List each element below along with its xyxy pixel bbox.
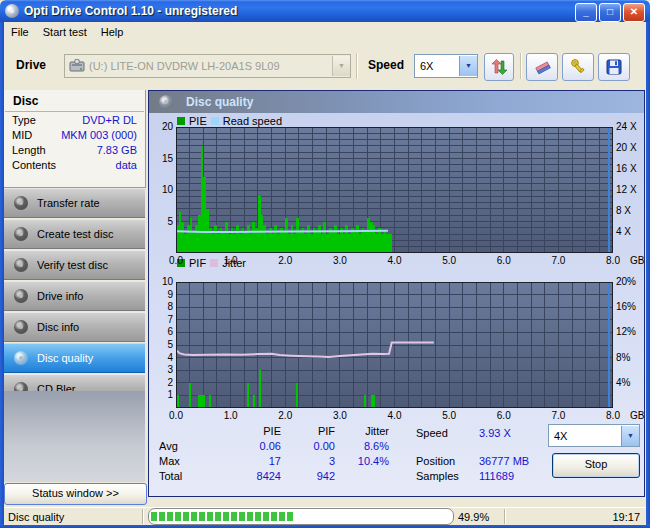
axis-label: 2 [151,377,173,388]
statusbar-mode: Disc quality [4,511,142,523]
disc-info-row: Length7.83 GB [4,142,145,157]
axis-label: 9 [151,289,173,300]
stat-row-total: Total [159,470,182,482]
disc-info-value: 7.83 GB [97,144,137,156]
register-button[interactable] [562,53,594,81]
disc-info-label: MID [12,129,32,141]
status-window-button[interactable]: Status window >> [4,483,147,505]
max-pie: 17 [231,455,281,467]
sidebar-item-disc-quality[interactable]: Disc quality [4,343,145,373]
speed-label: Speed [368,58,404,72]
disc-quality-panel: Disc quality PIE Read speed PIF Jitter 2… [148,90,645,497]
axis-label: 4 [151,352,173,363]
max-jitter: 10.4% [339,455,389,467]
menu-item-help[interactable]: Help [94,24,131,40]
axis-label: 12 X [616,184,646,195]
toolbar-separator [356,53,358,79]
sidebar-item-verify-test-disc[interactable]: Verify test disc [4,250,145,280]
sidebar-item-label: Transfer rate [37,197,100,209]
axis-label: 3.0 [325,410,355,421]
test-speed-value: 4X [554,430,567,442]
drive-select[interactable]: (U:) LITE-ON DVDRW LH-20A1S 9L09 ▼ [64,54,351,78]
minimize-button[interactable]: _ [575,3,597,22]
disc-info-label: Length [12,144,46,156]
drive-label: Drive [16,58,46,72]
stat-col-pie: PIE [231,425,281,437]
disc-info-label: Type [12,114,36,126]
axis-label: 10 [151,276,173,287]
axis-label: GB [630,255,650,266]
speed-select[interactable]: 6X ▼ [414,54,478,78]
sidebar-filler [4,391,145,482]
progress-block [175,512,181,521]
sidebar-item-create-test-disc[interactable]: Create test disc [4,219,145,249]
status-bar: Disc quality 49.9% 19:17 [4,507,646,525]
axis-label: 7 [151,314,173,325]
progress-block [151,512,157,521]
pie-legend-swatch [177,117,185,125]
pif-jitter-chart [176,282,613,408]
speed-stat-label: Speed [416,427,448,439]
axis-label: 5 [151,216,173,227]
axis-label: 4% [616,377,646,388]
disc-info-panel: Disc TypeDVD+R DLMIDMKM 003 (000)Length7… [4,90,146,188]
panel-header: Disc quality [149,91,644,113]
progress-block [239,512,245,521]
window-frame-right [646,22,650,524]
window-title: Opti Drive Control 1.10 - unregistered [24,4,237,18]
disc-info-value: data [116,159,137,171]
axis-label: 16% [616,301,646,312]
avg-pif: 0.00 [287,440,335,452]
position-stat-value: 36777 MB [479,455,529,467]
disc-info-row: Contentsdata [4,157,145,172]
avg-jitter: 8.6% [339,440,389,452]
save-button[interactable] [598,53,630,81]
drive-value: (U:) LITE-ON DVDRW LH-20A1S 9L09 [89,60,280,72]
axis-label: 7.0 [543,410,573,421]
axis-label: 5.0 [434,255,464,266]
refresh-button[interactable] [484,53,514,81]
sidebar-item-label: Create test disc [37,228,113,240]
eraser-icon [533,59,551,75]
stat-row-max: Max [159,455,180,467]
refresh-arrows-icon [491,59,507,75]
drive-icon [69,59,85,73]
stop-button[interactable]: Stop [552,453,640,478]
erase-disc-button[interactable] [526,53,558,81]
progress-block [199,512,205,521]
menu-item-file[interactable]: File [4,24,36,40]
axis-label: 12% [616,326,646,337]
total-pie: 8424 [231,470,281,482]
sidebar-item-transfer-rate[interactable]: Transfer rate [4,188,145,218]
progress-block [279,512,285,521]
stat-col-pif: PIF [287,425,335,437]
disc-icon [14,320,28,334]
progress-block [271,512,277,521]
axis-label: 8.0 [598,255,628,266]
toolbar: Drive (U:) LITE-ON DVDRW LH-20A1S 9L09 ▼… [4,41,646,89]
menu-bar: FileStart testHelp [4,22,646,42]
total-pif: 942 [287,470,335,482]
menu-item-start-test[interactable]: Start test [36,24,94,40]
pie-legend-label: PIE [189,115,207,127]
axis-label: 15 [151,153,173,164]
progress-block [183,512,189,521]
axis-label: 6.0 [489,255,519,266]
maximize-button[interactable]: □ [599,3,621,22]
axis-label: 1.0 [216,410,246,421]
test-speed-select[interactable]: 4X ▼ [548,424,640,447]
axis-label: 7.0 [543,255,573,266]
elapsed-time: 19:17 [580,511,646,523]
axis-label: 6 [151,326,173,337]
progress-block [287,512,293,521]
disc-info-row: MIDMKM 003 (000) [4,127,145,142]
progress-block [159,512,165,521]
close-button[interactable]: ✕ [623,3,645,22]
sidebar-item-disc-info[interactable]: Disc info [4,312,145,342]
panel-title: Disc quality [186,95,253,109]
test-speed-dropdown-arrow-icon: ▼ [621,426,639,446]
stat-row-avg: Avg [159,440,178,452]
position-stat-label: Position [416,455,455,467]
speed-stat-value: 3.93 X [479,427,511,439]
sidebar-item-drive-info[interactable]: Drive info [4,281,145,311]
